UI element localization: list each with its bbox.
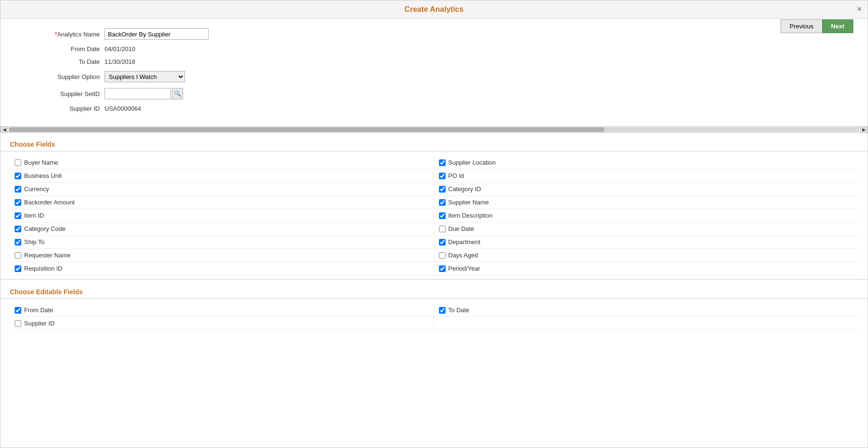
field-item: Requester Name	[10, 249, 434, 262]
field-checkbox-department[interactable]	[439, 239, 446, 246]
scroll-thumb[interactable]	[9, 127, 604, 132]
field-checkbox-supplier_name[interactable]	[439, 199, 446, 206]
field-item: Item ID	[10, 209, 434, 222]
field-label-department: Department	[448, 238, 481, 246]
field-item: Days Aged	[434, 249, 859, 262]
choose-editable-heading: Choose Editable Fields	[0, 284, 868, 299]
field-item: Due Date	[434, 222, 859, 236]
editable-field-label-editable_supplier_id: Supplier ID	[24, 320, 54, 327]
editable-field-checkbox-editable_to_date[interactable]	[439, 307, 446, 314]
scroll-left-arrow[interactable]: ◀	[0, 126, 8, 133]
editable-field-item: To Date	[434, 304, 859, 317]
supplier-option-select[interactable]: Suppliers I Watch All Suppliers Preferre…	[105, 71, 185, 82]
right-arrow-icon: ▶	[862, 127, 866, 132]
to-date-value: 11/30/2018	[105, 58, 135, 65]
horizontal-scrollbar[interactable]: ◀ ▶	[0, 126, 868, 133]
field-checkbox-backorder_amount[interactable]	[15, 199, 21, 206]
field-label-item_description: Item Description	[448, 212, 493, 219]
supplier-option-row: Supplier Option Suppliers I Watch All Su…	[19, 71, 849, 82]
field-item: Department	[434, 236, 859, 249]
field-item: Item Description	[434, 209, 859, 222]
editable-field-checkbox-editable_from_date[interactable]	[15, 307, 21, 314]
from-date-value: 04/01/2010	[105, 45, 135, 53]
field-item: Ship To	[10, 236, 434, 249]
field-checkbox-buyer_name[interactable]	[15, 159, 21, 166]
field-label-buyer_name: Buyer Name	[24, 159, 58, 166]
editable-field-item: Supplier ID	[10, 317, 434, 330]
analytics-name-input[interactable]	[105, 28, 209, 40]
field-label-requester_name: Requester Name	[24, 252, 70, 259]
to-date-row: To Date 11/30/2018	[19, 58, 849, 65]
field-label-supplier_location: Supplier Location	[448, 159, 496, 166]
modal-title: Create Analytics	[404, 5, 464, 13]
scroll-right-arrow[interactable]: ▶	[860, 126, 868, 133]
field-item: Category Code	[10, 222, 434, 236]
field-label-po_id: PO Id	[448, 172, 464, 179]
field-checkbox-category_code[interactable]	[15, 226, 21, 232]
field-checkbox-requisition_id[interactable]	[15, 265, 21, 272]
field-checkbox-days_aged[interactable]	[439, 252, 446, 259]
field-label-ship_to: Ship To	[24, 238, 44, 246]
field-label-period_year: Period/Year	[448, 265, 480, 272]
choose-editable-section: Choose Editable Fields From Date To Date…	[0, 279, 868, 330]
field-checkbox-item_id[interactable]	[15, 212, 21, 219]
analytics-name-label: *Analytics Name	[19, 31, 105, 38]
field-item: Backorder Amount	[10, 196, 434, 209]
close-button[interactable]: ×	[857, 4, 862, 14]
field-item: Period/Year	[434, 262, 859, 275]
supplier-setid-container: 🔍	[105, 88, 183, 99]
field-label-currency: Currency	[24, 185, 49, 193]
from-date-row: From Date 04/01/2010	[19, 45, 849, 53]
field-label-category_id: Category ID	[448, 185, 481, 193]
modal-container: Create Analytics × Previous Next *Analyt…	[0, 0, 868, 448]
field-label-business_unit: Business Unit	[24, 172, 61, 179]
field-label-supplier_name: Supplier Name	[448, 199, 489, 206]
field-label-item_id: Item ID	[24, 212, 44, 219]
choose-editable-fields-grid: From Date To Date Supplier ID	[0, 304, 868, 330]
field-item: Currency	[10, 183, 434, 196]
field-label-backorder_amount: Backorder Amount	[24, 199, 75, 206]
field-item: Supplier Name	[434, 196, 859, 209]
field-label-days_aged: Days Aged	[448, 252, 478, 259]
choose-editable-divider	[0, 279, 868, 280]
field-item: PO Id	[434, 169, 859, 183]
field-label-requisition_id: Requisition ID	[24, 265, 62, 272]
scroll-track[interactable]	[9, 127, 859, 132]
supplier-setid-input[interactable]	[105, 88, 171, 99]
left-arrow-icon: ◀	[3, 127, 6, 132]
supplier-option-label: Supplier Option	[19, 73, 105, 80]
editable-field-checkbox-editable_supplier_id[interactable]	[15, 320, 21, 327]
to-date-label: To Date	[19, 58, 105, 65]
supplier-id-value: USA0000064	[105, 105, 141, 112]
field-checkbox-ship_to[interactable]	[15, 239, 21, 246]
next-button[interactable]: Next	[822, 19, 853, 33]
field-item: Category ID	[434, 183, 859, 196]
field-label-category_code: Category Code	[24, 225, 65, 232]
field-checkbox-po_id[interactable]	[439, 173, 446, 179]
supplier-id-row: Supplier ID USA0000064	[19, 105, 849, 112]
field-checkbox-supplier_location[interactable]	[439, 159, 446, 166]
field-checkbox-item_description[interactable]	[439, 212, 446, 219]
field-checkbox-currency[interactable]	[15, 186, 21, 193]
analytics-name-row: *Analytics Name	[19, 28, 849, 40]
field-checkbox-due_date[interactable]	[439, 226, 446, 232]
choose-fields-heading: Choose Fields	[0, 137, 868, 151]
supplier-id-label: Supplier ID	[19, 105, 105, 112]
editable-field-item	[434, 317, 859, 330]
supplier-setid-label: Supplier SetID	[19, 90, 105, 97]
nav-buttons: Previous Next	[780, 19, 853, 33]
field-checkbox-category_id[interactable]	[439, 186, 446, 193]
editable-field-item: From Date	[10, 304, 434, 317]
field-checkbox-business_unit[interactable]	[15, 173, 21, 179]
previous-button[interactable]: Previous	[780, 19, 822, 33]
supplier-setid-search-button[interactable]: 🔍	[172, 88, 183, 99]
choose-fields-grid: Buyer Name Supplier Location Business Un…	[0, 156, 868, 275]
field-item: Requisition ID	[10, 262, 434, 275]
field-checkbox-requester_name[interactable]	[15, 252, 21, 259]
form-section: *Analytics Name From Date 04/01/2010 To …	[0, 19, 868, 123]
search-icon: 🔍	[174, 90, 181, 97]
choose-fields-divider	[0, 151, 868, 151]
editable-field-label-editable_to_date: To Date	[448, 307, 470, 314]
field-checkbox-period_year[interactable]	[439, 265, 446, 272]
modal-header: Create Analytics ×	[0, 0, 868, 19]
